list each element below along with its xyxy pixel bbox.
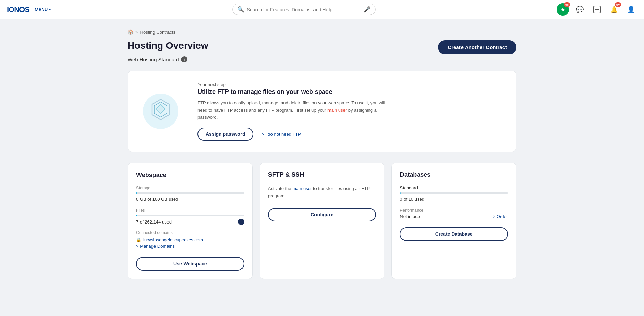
ftp-card: Your next step Utilize FTP to manage fil…: [128, 71, 516, 152]
ftp-title: Utilize FTP to manage files on your web …: [197, 88, 504, 96]
sftp-card-footer: Configure: [268, 208, 376, 221]
storage-label: Storage: [136, 186, 244, 190]
page-header: Hosting Overview Create Another Contract: [128, 40, 516, 54]
breadcrumb-hosting-contracts[interactable]: Hosting Contracts: [140, 30, 175, 35]
db-progress-fill: [400, 192, 401, 194]
subtitle-area: Web Hosting Standard i: [128, 56, 516, 62]
db-not-in-use-text: Not in use: [400, 214, 420, 219]
databases-card-footer: Create Database: [400, 227, 508, 241]
lock-icon: 🔒: [136, 238, 141, 242]
breadcrumb: 🏠 > Hosting Contracts: [128, 29, 516, 35]
sftp-card: SFTP & SSH Activate the main user to tra…: [260, 163, 385, 279]
ftp-content-area: Your next step Utilize FTP to manage fil…: [197, 82, 504, 141]
menu-button[interactable]: MENU ▾: [35, 7, 51, 12]
search-box: 🔍 🎤: [232, 4, 376, 15]
storage-text: 0 GB of 100 GB used: [136, 197, 244, 202]
ftp-description: FTP allows you to easily upload, manage,…: [197, 100, 395, 121]
databases-card-header: Databases: [400, 171, 508, 178]
breadcrumb-home-icon[interactable]: 🏠: [128, 29, 133, 35]
db-performance-label: Performance: [400, 208, 508, 213]
page-title: Hosting Overview: [128, 40, 208, 51]
storage-progress-bar: [136, 192, 244, 194]
notifications-badge: 5+: [615, 2, 621, 8]
files-progress-fill: [136, 215, 137, 216]
files-label: Files: [136, 208, 244, 213]
no-ftp-link[interactable]: > I do not need FTP: [262, 132, 301, 137]
databases-card: Databases Standard 0 of 10 used Performa…: [391, 163, 516, 279]
domain-item[interactable]: 🔒 lucyslosangelescupcakes.com: [136, 237, 244, 242]
storage-progress-fill: [136, 192, 137, 194]
files-progress-bar: [136, 215, 244, 216]
db-used-text: 0 of 10 used: [400, 197, 508, 202]
mic-icon[interactable]: 🎤: [364, 6, 370, 13]
connected-domains-section: Connected domains 🔒 lucyslosangelescupca…: [136, 230, 244, 249]
db-progress-bar: [400, 192, 508, 194]
files-info-icon[interactable]: i: [238, 219, 244, 225]
logo: IONOS: [7, 5, 29, 14]
db-standard-label: Standard: [400, 185, 508, 190]
sftp-card-header: SFTP & SSH: [268, 171, 376, 178]
subtitle-text: Web Hosting Standard: [128, 57, 179, 62]
webspace-card-title: Webspace: [136, 172, 166, 179]
db-order-link[interactable]: > Order: [493, 214, 508, 219]
subtitle-info-icon[interactable]: i: [181, 56, 187, 62]
star-badge: 96: [564, 2, 570, 8]
logo-area: IONOS MENU ▾: [7, 5, 51, 14]
db-not-in-use-row: Not in use > Order: [400, 214, 508, 219]
manage-domains-link[interactable]: > Manage Domains: [136, 244, 244, 249]
notifications-icon[interactable]: 🔔 5+: [608, 3, 620, 16]
cards-row: Webspace ⋮ Storage 0 GB of 100 GB used F…: [128, 163, 516, 279]
connected-domains-label: Connected domains: [136, 230, 244, 235]
create-contract-button[interactable]: Create Another Contract: [438, 40, 516, 54]
search-input[interactable]: [247, 7, 361, 12]
ftp-next-step-label: Your next step: [197, 82, 504, 87]
domain-link[interactable]: lucyslosangelescupcakes.com: [143, 237, 203, 242]
webspace-card-footer: Use Webspace: [136, 257, 244, 271]
webspace-card-header: Webspace ⋮: [136, 171, 244, 179]
sftp-description: Activate the main user to transfer files…: [268, 185, 376, 200]
databases-card-title: Databases: [400, 171, 430, 178]
webspace-menu-icon[interactable]: ⋮: [238, 171, 244, 179]
search-area: 🔍 🎤: [51, 4, 557, 15]
sftp-main-user-link[interactable]: main user: [292, 186, 312, 191]
user-avatar[interactable]: 👤: [625, 3, 637, 16]
header: IONOS MENU ▾ 🔍 🎤 ★ 96 💬 🔔 5+ �: [0, 0, 644, 19]
chat-icon[interactable]: 💬: [574, 3, 586, 16]
add-icon[interactable]: [591, 3, 603, 16]
files-row: 7 of 262,144 used i: [136, 219, 244, 225]
header-actions: ★ 96 💬 🔔 5+ 👤: [557, 3, 637, 16]
create-database-button[interactable]: Create Database: [400, 227, 508, 241]
webspace-card: Webspace ⋮ Storage 0 GB of 100 GB used F…: [128, 163, 253, 279]
ftp-actions: Assign password > I do not need FTP: [197, 128, 504, 141]
breadcrumb-separator: >: [135, 30, 138, 35]
sftp-card-title: SFTP & SSH: [268, 171, 304, 178]
search-icon: 🔍: [237, 6, 244, 13]
use-webspace-button[interactable]: Use Webspace: [136, 257, 244, 271]
ftp-illustration: [140, 91, 181, 132]
star-button[interactable]: ★ 96: [557, 3, 569, 16]
configure-button[interactable]: Configure: [268, 208, 376, 221]
main-content: 🏠 > Hosting Contracts Hosting Overview C…: [121, 19, 523, 289]
files-text: 7 of 262,144 used: [136, 219, 172, 225]
assign-password-button[interactable]: Assign password: [197, 128, 253, 141]
